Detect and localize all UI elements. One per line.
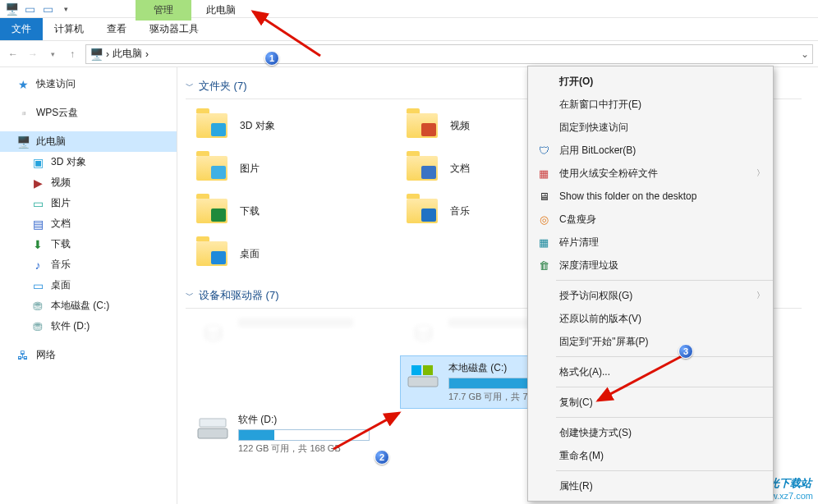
cm-open-new-window[interactable]: 在新窗口中打开(E) [528,93,773,116]
folder-item[interactable]: 图片 [191,147,401,190]
sidebar-item-drive-c[interactable]: ⛃本地磁盘 (C:) [0,296,177,316]
cm-pin-quick-access[interactable]: 固定到快速访问 [528,116,773,139]
cm-restore-previous[interactable]: 还原以前的版本(V) [528,307,773,330]
cm-label: 属性(R) [559,479,593,493]
cm-label: 碎片清理 [559,236,599,250]
cm-deep-clean[interactable]: 🗑深度清理垃圾 [528,254,773,277]
qat-dropdown-icon[interactable]: ▾ [59,2,72,16]
ribbon-tab-view[interactable]: 查看 [95,18,138,40]
sidebar-item-this-pc[interactable]: 🖥️ 此电脑 [0,131,177,152]
doc-icon: ▤ [31,218,44,231]
sidebar-item-desktop[interactable]: ▭桌面 [0,275,177,296]
ribbon-tab-file[interactable]: 文件 [0,18,43,40]
cm-label: 使用火绒安全粉碎文件 [559,167,658,181]
annotation-arrow-3 [591,351,690,409]
cm-grant-access[interactable]: 授予访问权限(G)〉 [528,284,773,307]
cm-label: 复制(C) [559,396,593,410]
ribbon-contextual-tab-manage[interactable]: 管理 [136,0,191,21]
pc-icon: 🖥️ [16,135,30,149]
svg-rect-0 [408,377,438,387]
cm-properties[interactable]: 属性(R) [528,474,773,497]
monitor-icon: 🖥 [536,189,551,204]
fragment-icon: ▦ [536,235,551,250]
cm-show-desktop[interactable]: 🖥Show this folder on the desktop [528,185,773,208]
chevron-right-icon: 〉 [756,167,765,179]
nav-forward-button[interactable]: → [25,46,41,62]
folder-label: 文档 [450,162,470,176]
sidebar-item-documents[interactable]: ▤文档 [0,213,177,234]
breadcrumb-location[interactable]: 此电脑 [113,47,142,61]
cm-open[interactable]: 打开(O) [528,70,773,93]
folder-icon [404,109,440,142]
sidebar-item-3d[interactable]: ▣3D 对象 [0,152,177,172]
cm-label: 启用 BitLocker(B) [559,144,636,158]
folder-item[interactable]: 下载 [191,190,401,232]
pc-icon: 🖥️ [90,48,103,61]
nav-recent-dropdown[interactable]: ▾ [44,46,61,62]
nav-up-button[interactable]: ↑ [64,46,80,62]
section-title: 设备和驱动器 (7) [199,288,279,303]
folder-item[interactable]: 桌面 [191,232,401,275]
cm-separator [556,470,773,471]
address-dropdown-icon[interactable]: ⌄ [801,48,809,60]
shield-icon: 🛡 [536,143,551,158]
svg-line-7 [598,356,682,401]
sidebar-item-pictures[interactable]: ▭图片 [0,193,177,213]
video-icon: ▶ [31,176,44,190]
section-title: 文件夹 (7) [199,79,247,94]
cm-huorong-shred[interactable]: ▦使用火绒安全粉碎文件〉 [528,162,773,185]
sidebar-item-label: 视频 [51,176,71,190]
cm-create-shortcut[interactable]: 创建快捷方式(S) [528,421,773,444]
sidebar-item-quick-access[interactable]: ★ 快速访问 [0,74,177,94]
chevron-right-icon: 〉 [756,290,765,301]
cm-defrag[interactable]: ▦碎片清理 [528,231,773,254]
sidebar-item-drive-d[interactable]: ⛃软件 (D:) [0,316,177,337]
annotation-arrow-1 [246,5,329,62]
chevron-down-icon: ﹀ [186,290,194,301]
sidebar-item-label: 软件 (D:) [51,319,90,333]
cm-separator [556,280,773,281]
cm-c-slim[interactable]: ◎C盘瘦身 [528,208,773,231]
folder-label: 视频 [450,119,470,133]
nav-back-button[interactable]: ← [5,46,21,62]
drive-item-hidden[interactable]: ⛁ [191,314,401,353]
qat-item[interactable]: ▭ [41,2,54,16]
cm-bitlocker[interactable]: 🛡启用 BitLocker(B) [528,139,773,162]
cm-rename[interactable]: 重命名(M) [528,444,773,467]
sidebar-item-wps[interactable]: ▫️ WPS云盘 [0,103,177,123]
sidebar-item-label: 桌面 [51,278,71,292]
svg-rect-1 [411,365,421,375]
ribbon-tab-drive-tools[interactable]: 驱动器工具 [138,18,210,40]
desktop-icon: ▭ [31,279,44,292]
folder-icon [194,195,230,227]
svg-rect-4 [200,419,226,427]
cm-label: 还原以前的版本(V) [559,312,641,326]
sidebar-item-network[interactable]: 🖧 网络 [0,345,177,365]
drive-icon [195,413,230,442]
cm-label: Show this folder on the desktop [559,190,696,202]
download-icon: ⬇ [31,238,44,251]
folder-label: 图片 [240,162,260,176]
annotation-badge-1: 1 [264,51,279,66]
address-bar[interactable]: 🖥️ › 此电脑 › ⌄ [85,44,813,64]
sidebar-item-label: WPS云盘 [36,106,78,120]
cm-label: 重命名(M) [559,449,604,463]
sidebar-item-videos[interactable]: ▶视频 [0,172,177,193]
sidebar-item-music[interactable]: ♪音乐 [0,254,177,275]
cm-pin-start[interactable]: 固定到"开始"屏幕(P) [528,330,773,353]
folder-item[interactable]: 3D 对象 [191,104,401,147]
drive-usage-fill [239,430,274,440]
title-bar: 🖥️ ▭ ▭ ▾ [0,0,818,18]
music-icon: ♪ [31,259,44,272]
cm-label: 深度清理垃圾 [559,259,618,273]
svg-rect-3 [198,428,227,438]
grid-icon: ▦ [536,166,551,181]
ribbon-tab-computer[interactable]: 计算机 [43,18,95,40]
cube-icon: ▣ [31,156,44,169]
sidebar-item-downloads[interactable]: ⬇下载 [0,234,177,254]
chevron-down-icon: ﹀ [186,80,194,92]
sidebar-item-label: 下载 [51,237,71,251]
qat-item[interactable]: ▭ [23,2,36,16]
drive-icon [406,361,440,391]
breadcrumb-sep: › [145,48,149,60]
